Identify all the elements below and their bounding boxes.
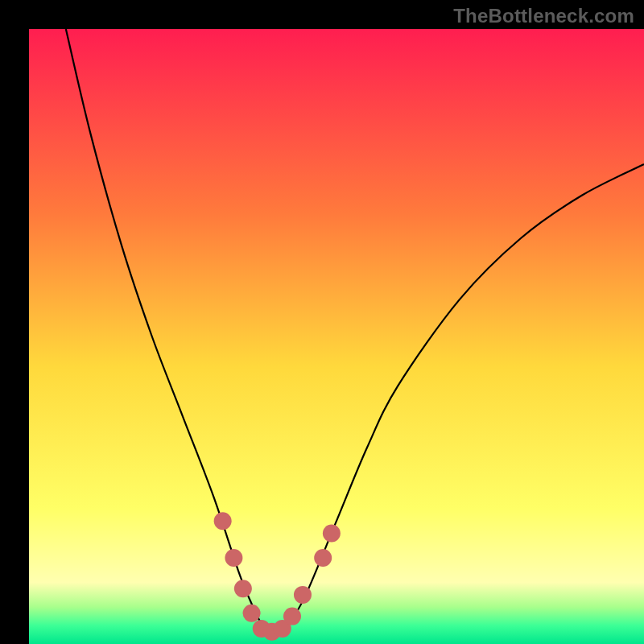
highlight-dot [283, 608, 301, 625]
bottleneck-chart: TheBottleneck.com [0, 0, 644, 644]
highlight-dot [225, 549, 242, 567]
highlight-dot [243, 605, 261, 622]
highlight-dot [323, 524, 341, 542]
highlight-dot [314, 549, 332, 567]
highlight-dot [214, 512, 232, 530]
watermark-text: TheBottleneck.com [453, 5, 634, 27]
plot-background [29, 29, 644, 644]
highlight-dot [234, 580, 252, 597]
highlight-dot [294, 586, 312, 604]
chart-svg [0, 0, 644, 644]
